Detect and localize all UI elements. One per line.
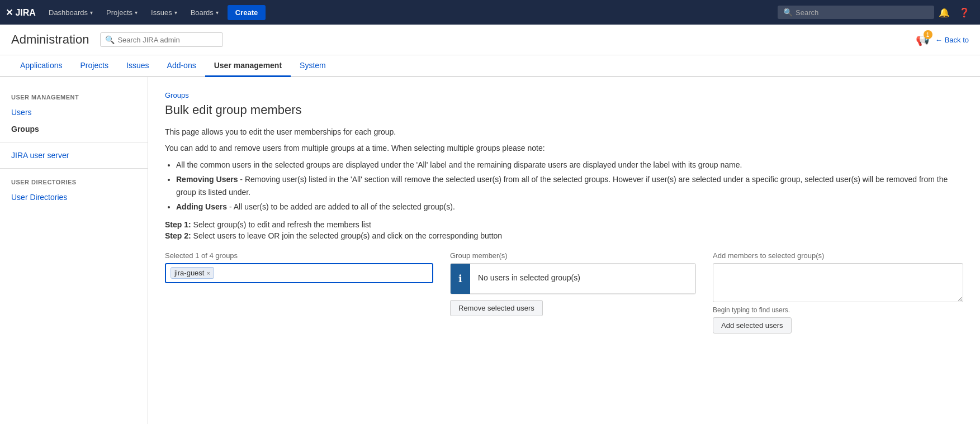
bullet-list: All the common users in the selected gro… — [176, 159, 963, 213]
group-search-input[interactable] — [216, 269, 428, 277]
top-search-input[interactable] — [796, 8, 919, 17]
admin-title: Administration — [11, 32, 89, 47]
breadcrumb-groups[interactable]: Groups — [165, 91, 189, 99]
remove-selected-users-button[interactable]: Remove selected users — [450, 300, 543, 316]
selected-groups-label: Selected 1 of 4 groups — [165, 251, 433, 260]
remove-tag-icon[interactable]: × — [206, 270, 210, 277]
admin-search-box[interactable]: 🔍 — [100, 32, 223, 47]
sidebar-item-users[interactable]: Users — [0, 104, 148, 121]
form-area: Selected 1 of 4 groups jira-guest × Grou… — [165, 251, 963, 334]
sidebar: USER MANAGEMENT Users Groups JIRA user s… — [0, 77, 148, 424]
step1-text: Step 1: Select group(s) to edit and refr… — [165, 220, 963, 229]
group-tag-input[interactable]: jira-guest × — [165, 263, 433, 283]
no-users-message: No users in selected group(s) — [470, 264, 695, 294]
add-members-textarea[interactable] — [713, 263, 963, 302]
sidebar-section-user-directories: USER DIRECTORIES — [0, 173, 148, 189]
nav-dashboards[interactable]: Dashboards ▾ — [42, 0, 100, 25]
nav-issues[interactable]: Issues ▾ — [144, 0, 184, 25]
bullet-item-2: Removing Users - Removing user(s) listed… — [176, 173, 963, 198]
bullet-item-3: Adding Users - All user(s) to be added a… — [176, 201, 963, 213]
tab-applications[interactable]: Applications — [11, 55, 72, 77]
step2-text: Step 2: Select users to leave OR join th… — [165, 231, 963, 240]
search-icon: 🔍 — [783, 8, 793, 17]
sidebar-section-user-management: USER MANAGEMENT — [0, 88, 148, 104]
top-navigation: ✕ JIRA Dashboards ▾ Projects ▾ Issues ▾ … — [0, 0, 980, 25]
description-2: You can add to and remove users from mul… — [165, 142, 963, 154]
admin-search-input[interactable] — [117, 36, 218, 44]
group-tag-jira-guest: jira-guest × — [171, 267, 214, 279]
nav-items: Dashboards ▾ Projects ▾ Issues ▾ Boards … — [42, 0, 266, 25]
page-title: Bulk edit group members — [165, 103, 963, 117]
tab-user-management[interactable]: User management — [205, 55, 291, 77]
group-members-label: Group member(s) — [450, 251, 696, 260]
sidebar-item-groups[interactable]: Groups — [0, 121, 148, 137]
members-container: ℹ No users in selected group(s) — [450, 263, 696, 294]
nav-projects[interactable]: Projects ▾ — [100, 0, 144, 25]
chevron-icon: ▾ — [135, 9, 138, 16]
create-button[interactable]: Create — [228, 5, 266, 20]
top-search-box[interactable]: 🔍 — [778, 6, 934, 19]
add-selected-users-button[interactable]: Add selected users — [713, 317, 792, 334]
sidebar-divider — [0, 142, 148, 142]
main-content: Groups Bulk edit group members This page… — [148, 77, 980, 424]
admin-tabs: Applications Projects Issues Add-ons Use… — [0, 55, 980, 77]
main-layout: USER MANAGEMENT Users Groups JIRA user s… — [0, 77, 980, 424]
tab-system[interactable]: System — [291, 55, 335, 77]
admin-notification-icon[interactable]: 📢 1 — [916, 33, 930, 46]
add-members-col: Add members to selected group(s) Begin t… — [713, 251, 963, 334]
tab-projects[interactable]: Projects — [72, 55, 118, 77]
info-icon: ℹ — [451, 264, 470, 294]
members-info-row: ℹ No users in selected group(s) — [451, 264, 695, 294]
chevron-icon: ▾ — [90, 9, 93, 16]
help-icon[interactable]: ❓ — [954, 7, 974, 18]
admin-header-right: 📢 1 ← Back to — [916, 33, 969, 46]
sidebar-item-jira-user-server[interactable]: JIRA user server — [0, 147, 148, 164]
notification-badge: 1 — [924, 30, 932, 39]
group-members-col: Group member(s) ℹ No users in selected g… — [450, 251, 696, 316]
admin-search-icon: 🔍 — [105, 35, 115, 44]
add-members-hint: Begin typing to find users. — [713, 306, 963, 314]
sidebar-divider-2 — [0, 168, 148, 169]
chevron-icon: ▾ — [174, 9, 177, 16]
back-to-link[interactable]: ← Back to — [935, 36, 969, 44]
notifications-icon[interactable]: 🔔 — [934, 7, 954, 18]
tab-addons[interactable]: Add-ons — [158, 55, 205, 77]
group-selector-col: Selected 1 of 4 groups jira-guest × — [165, 251, 433, 283]
svg-text:✕ JIRA: ✕ JIRA — [6, 8, 36, 17]
chevron-icon: ▾ — [216, 9, 219, 16]
jira-logo[interactable]: ✕ JIRA — [6, 6, 36, 18]
add-members-label: Add members to selected group(s) — [713, 251, 963, 260]
sidebar-item-user-directories[interactable]: User Directories — [0, 189, 148, 206]
tab-issues[interactable]: Issues — [117, 55, 158, 77]
nav-boards[interactable]: Boards ▾ — [184, 0, 225, 25]
bullet-item-1: All the common users in the selected gro… — [176, 159, 963, 171]
description-1: This page allows you to edit the user me… — [165, 126, 963, 138]
admin-header: Administration 🔍 📢 1 ← Back to — [0, 25, 980, 55]
